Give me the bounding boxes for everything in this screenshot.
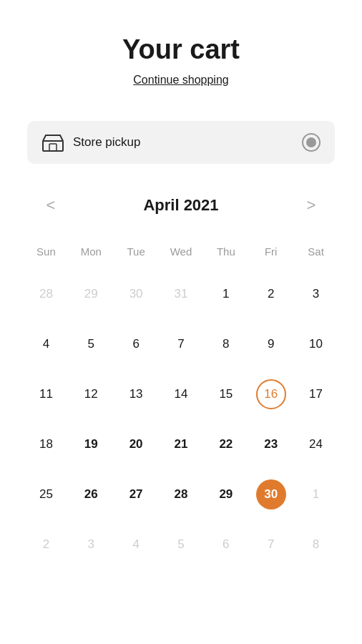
calendar-day[interactable]: 11 (24, 369, 69, 419)
calendar-day[interactable]: 21 (159, 419, 204, 469)
page-title: Your cart (122, 34, 240, 65)
calendar-day: 6 (203, 519, 248, 570)
svg-rect-1 (49, 144, 57, 151)
calendar-day[interactable]: 2 (248, 269, 293, 319)
calendar-day: 3 (69, 519, 114, 570)
day-number: 18 (31, 429, 61, 459)
store-pickup-option[interactable]: Store pickup (27, 121, 335, 164)
day-number: 8 (211, 329, 241, 359)
day-number: 6 (121, 329, 151, 359)
calendar-day[interactable]: 24 (293, 419, 338, 469)
calendar-day[interactable]: 8 (203, 319, 248, 369)
day-number: 26 (76, 479, 106, 509)
day-number: 4 (121, 530, 151, 560)
day-number: 1 (301, 479, 331, 509)
day-number: 20 (121, 429, 151, 459)
calendar-day[interactable]: 15 (203, 369, 248, 419)
day-number: 5 (166, 530, 196, 560)
calendar-day[interactable]: 1 (203, 269, 248, 319)
day-header-wed: Wed (159, 240, 204, 263)
calendar-day[interactable]: 13 (114, 369, 159, 419)
calendar-day[interactable]: 20 (114, 419, 159, 469)
store-pickup-radio[interactable] (302, 133, 321, 152)
day-number: 19 (76, 429, 106, 459)
day-number: 5 (76, 329, 106, 359)
calendar-day[interactable]: 7 (159, 319, 204, 369)
day-number: 13 (121, 379, 151, 409)
day-number: 17 (301, 379, 331, 409)
calendar-day[interactable]: 12 (69, 369, 114, 419)
calendar-day[interactable]: 10 (293, 319, 338, 369)
day-number: 16 (256, 379, 286, 409)
calendar-day[interactable]: 18 (24, 419, 69, 469)
day-number: 30 (121, 279, 151, 309)
calendar-day[interactable]: 9 (248, 319, 293, 369)
day-number: 7 (256, 530, 286, 560)
calendar-day[interactable]: 6 (114, 319, 159, 369)
calendar: < April 2021 > SunMonTueWedThuFriSat 282… (16, 178, 346, 577)
calendar-week-5: 2345678 (24, 519, 338, 570)
calendar-day: 29 (69, 269, 114, 319)
day-number: 29 (76, 279, 106, 309)
calendar-day[interactable]: 27 (114, 469, 159, 519)
next-month-button[interactable]: > (298, 192, 324, 218)
calendar-week-2: 11121314151617 (24, 369, 338, 419)
calendar-day[interactable]: 30 (248, 469, 293, 519)
calendar-grid: SunMonTueWedThuFriSat 282930311234567891… (24, 240, 338, 570)
day-number: 25 (31, 479, 61, 509)
calendar-day[interactable]: 17 (293, 369, 338, 419)
radio-inner (306, 137, 316, 147)
day-header-fri: Fri (248, 240, 293, 263)
calendar-day[interactable]: 22 (203, 419, 248, 469)
calendar-day[interactable]: 29 (203, 469, 248, 519)
calendar-weeks: 2829303112345678910111213141516171819202… (24, 269, 338, 570)
calendar-day[interactable]: 19 (69, 419, 114, 469)
store-pickup-left: Store pickup (41, 132, 141, 152)
day-number: 21 (166, 429, 196, 459)
day-number: 7 (166, 329, 196, 359)
day-number: 9 (256, 329, 286, 359)
store-icon (41, 132, 64, 152)
day-number: 2 (256, 279, 286, 309)
calendar-day: 1 (293, 469, 338, 519)
calendar-day[interactable]: 14 (159, 369, 204, 419)
store-pickup-label: Store pickup (73, 135, 141, 150)
day-number: 6 (211, 530, 241, 560)
day-number: 29 (211, 479, 241, 509)
calendar-week-0: 28293031123 (24, 269, 338, 319)
calendar-day[interactable]: 26 (69, 469, 114, 519)
day-number: 22 (211, 429, 241, 459)
continue-shopping-link[interactable]: Continue shopping (133, 74, 228, 87)
day-number: 3 (301, 279, 331, 309)
prev-month-button[interactable]: < (38, 192, 64, 218)
calendar-day[interactable]: 5 (69, 319, 114, 369)
calendar-header: < April 2021 > (24, 185, 338, 225)
day-number: 31 (166, 279, 196, 309)
calendar-day: 8 (293, 519, 338, 570)
day-number: 30 (256, 479, 286, 509)
day-number: 12 (76, 379, 106, 409)
day-header-sat: Sat (293, 240, 338, 263)
day-header-sun: Sun (24, 240, 69, 263)
calendar-day[interactable]: 25 (24, 469, 69, 519)
calendar-month-year: April 2021 (143, 196, 218, 215)
calendar-day[interactable]: 3 (293, 269, 338, 319)
calendar-day[interactable]: 4 (24, 319, 69, 369)
day-number: 8 (301, 530, 331, 560)
svg-rect-0 (43, 141, 63, 151)
day-number: 10 (301, 329, 331, 359)
day-number: 24 (301, 429, 331, 459)
calendar-day: 28 (24, 269, 69, 319)
day-number: 14 (166, 379, 196, 409)
day-number: 28 (31, 279, 61, 309)
day-number: 28 (166, 479, 196, 509)
calendar-day: 31 (159, 269, 204, 319)
day-number: 4 (31, 329, 61, 359)
calendar-day[interactable]: 28 (159, 469, 204, 519)
day-number: 1 (211, 279, 241, 309)
calendar-day: 30 (114, 269, 159, 319)
calendar-day[interactable]: 23 (248, 419, 293, 469)
calendar-day: 5 (159, 519, 204, 570)
day-number: 2 (31, 530, 61, 560)
calendar-day[interactable]: 16 (248, 369, 293, 419)
